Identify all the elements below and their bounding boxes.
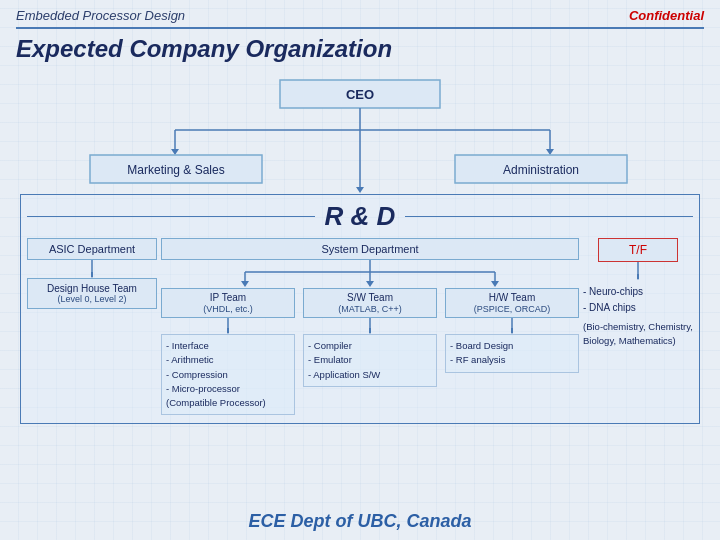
tf-items: - Neuro-chips - DNA chips bbox=[583, 284, 693, 316]
rnd-line-left bbox=[27, 216, 315, 218]
sw-team-details: - Compiler - Emulator - Application S/W bbox=[303, 334, 437, 387]
svg-text:Marketing & Sales: Marketing & Sales bbox=[127, 163, 224, 177]
rnd-label: R & D bbox=[325, 201, 396, 232]
footer-text: ECE Dept of UBC, Canada bbox=[248, 511, 471, 531]
hw-team-col: H/W Team (PSPICE, ORCAD) - Board Design … bbox=[445, 288, 579, 415]
asic-dept-box: ASIC Department bbox=[27, 238, 157, 260]
top-section: CEO Marketing & Sales Administration bbox=[20, 75, 700, 190]
hw-team-box: H/W Team (PSPICE, ORCAD) bbox=[445, 288, 579, 318]
system-teams: IP Team (VHDL, etc.) - Interface - Arith… bbox=[161, 288, 579, 415]
svg-marker-13 bbox=[356, 187, 364, 193]
tf-column: T/F - Neuro-chips - DNA chips (Bio-chemi… bbox=[583, 238, 693, 349]
header-confidential: Confidential bbox=[629, 8, 704, 23]
svg-marker-5 bbox=[171, 149, 179, 155]
svg-marker-19 bbox=[241, 281, 249, 287]
ip-team-details: - Interface - Arithmetic - Compression -… bbox=[161, 334, 295, 415]
svg-marker-7 bbox=[546, 149, 554, 155]
dept-row: ASIC Department Design House Team (Level… bbox=[27, 238, 693, 415]
asic-column: ASIC Department Design House Team (Level… bbox=[27, 238, 157, 309]
sw-team-box: S/W Team (MATLAB, C++) bbox=[303, 288, 437, 318]
rnd-section: R & D ASIC Department Design House Team … bbox=[20, 194, 700, 424]
sw-team-name: S/W Team bbox=[347, 292, 393, 303]
design-house-sub: (Level 0, Level 2) bbox=[33, 294, 151, 304]
org-chart: CEO Marketing & Sales Administration bbox=[16, 75, 704, 424]
footer: ECE Dept of UBC, Canada bbox=[0, 511, 720, 532]
svg-marker-21 bbox=[366, 281, 374, 287]
ip-team-col: IP Team (VHDL, etc.) - Interface - Arith… bbox=[161, 288, 295, 415]
system-column: System Department bbox=[161, 238, 579, 415]
hw-team-sub: (PSPICE, ORCAD) bbox=[474, 304, 551, 314]
ip-team-name: IP Team bbox=[210, 292, 246, 303]
ip-team-box: IP Team (VHDL, etc.) bbox=[161, 288, 295, 318]
system-dept-box: System Department bbox=[161, 238, 579, 260]
ip-team-sub: (VHDL, etc.) bbox=[203, 304, 253, 314]
sw-team-sub: (MATLAB, C++) bbox=[338, 304, 401, 314]
svg-text:CEO: CEO bbox=[346, 87, 374, 102]
svg-marker-23 bbox=[491, 281, 499, 287]
rnd-line-right bbox=[405, 216, 693, 218]
design-house-box: Design House Team (Level 0, Level 2) bbox=[27, 278, 157, 309]
svg-text:Administration: Administration bbox=[503, 163, 579, 177]
svg-marker-31 bbox=[637, 274, 639, 280]
tf-dept-box: T/F bbox=[598, 238, 678, 262]
header: Embedded Processor Design Confidential bbox=[16, 8, 704, 29]
hw-team-details: - Board Design - RF analysis bbox=[445, 334, 579, 373]
page-title: Expected Company Organization bbox=[16, 35, 704, 63]
sw-team-col: S/W Team (MATLAB, C++) - Compiler - Emul… bbox=[303, 288, 437, 415]
header-title: Embedded Processor Design bbox=[16, 8, 185, 23]
hw-team-name: H/W Team bbox=[489, 292, 536, 303]
rnd-header: R & D bbox=[27, 201, 693, 232]
design-house-team: Design House Team bbox=[47, 283, 137, 294]
tf-bio: (Bio-chemistry, Chemistry, Biology, Math… bbox=[583, 320, 693, 349]
